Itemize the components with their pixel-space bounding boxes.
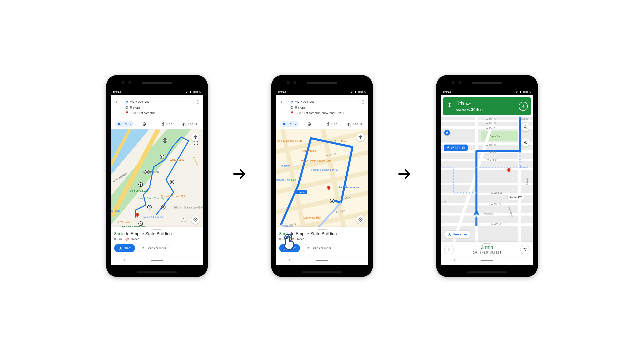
- poi-koch: Ed Koch Queensboro Bridge: [174, 206, 203, 209]
- nav-home-button[interactable]: [151, 260, 163, 261]
- my-location-button[interactable]: [356, 215, 365, 224]
- status-battery: 100%: [522, 90, 531, 94]
- poi-krispy: Krispy Kreme: [301, 150, 316, 152]
- destination-pin-icon: [126, 111, 129, 115]
- alt-route-badge[interactable]: Similar ETA: [508, 195, 524, 200]
- android-nav-bar: [111, 256, 203, 265]
- poi-white-castle: White Castle: [170, 158, 184, 161]
- poi-zoo: Central Park Zoo: [130, 189, 149, 192]
- exit-nav-button[interactable]: [444, 245, 454, 254]
- steps-button[interactable]: Steps & more: [303, 244, 335, 252]
- travel-mode-row: 1 hr 12 — 5 hr 1 hr 53: [111, 120, 203, 129]
- directions-sheet[interactable]: 3 min to Empire State Building 0.9 mi•PL…: [276, 227, 368, 256]
- directions-sheet[interactable]: 3 min to Empire State Building 0.9 mi•PL…: [111, 227, 203, 256]
- destination-pin: [506, 168, 512, 173]
- destination-pin: [326, 185, 332, 191]
- overflow-menu-button[interactable]: [195, 100, 201, 104]
- mode-transit[interactable]: —: [140, 121, 152, 127]
- nav-street-number: 6th: [456, 100, 464, 107]
- phone-2: 09:41 100% Your location 8 stops 2337 1s…: [271, 75, 373, 277]
- eta-destination: to Empire State Building: [125, 231, 172, 236]
- status-time: 09:41: [113, 90, 122, 94]
- search-button[interactable]: [521, 123, 530, 131]
- nav-back-button[interactable]: [454, 259, 457, 262]
- sheet-handle[interactable]: [318, 229, 326, 230]
- eta-time: 3 min: [279, 231, 290, 236]
- android-nav-bar: [441, 256, 533, 265]
- mode-bike[interactable]: 1 hr 53: [180, 121, 199, 127]
- overflow-menu-button[interactable]: [360, 100, 366, 104]
- map-navigation[interactable]: W 38th St Similar ETA W 45th St E 45th S…: [441, 117, 533, 242]
- nav-back-button[interactable]: [289, 259, 292, 262]
- parking-icon: P: [291, 238, 294, 241]
- mode-walk[interactable]: 5 hr: [159, 121, 174, 127]
- location-icon: [185, 90, 188, 93]
- audio-button[interactable]: [521, 138, 530, 147]
- svg-point-4: [508, 169, 510, 170]
- mode-bike[interactable]: 1 hr 53: [345, 121, 364, 127]
- nav-bottom-sheet[interactable]: 3 min 0.9 mi • 8:54 AM EST: [441, 242, 533, 256]
- stops-dot-icon: [126, 106, 128, 109]
- mode-walk[interactable]: 5 hr: [324, 121, 339, 127]
- nav-eta: 3 min: [454, 244, 520, 250]
- poi-paner: Paner: [341, 140, 348, 143]
- start-button[interactable]: Start: [114, 244, 135, 252]
- route-card[interactable]: Your location 8 stops 2337 1st Avenue: [123, 97, 193, 118]
- stops-dot-icon: [291, 106, 293, 109]
- waypoint-c: C: [147, 205, 152, 209]
- my-location-button[interactable]: [191, 215, 200, 224]
- svg-point-1: [328, 187, 330, 188]
- nav-home-button[interactable]: [481, 260, 493, 261]
- eta-destination: to Empire State Building: [290, 231, 337, 236]
- route-stops: 8 stops: [130, 105, 141, 109]
- map-zoomed[interactable]: 3 min A en & Sushi (est 36 St) Krispy Kr…: [276, 129, 368, 227]
- mode-car[interactable]: 1 hr 12: [115, 121, 134, 127]
- alt-routes-button[interactable]: [520, 245, 530, 254]
- eta-distance: 0.9 mi: [279, 237, 288, 241]
- steps-button[interactable]: Steps & more: [138, 244, 170, 252]
- nav-direction-banner[interactable]: 6th Ave toward W 30th St: [443, 97, 531, 115]
- parking-icon: P: [126, 238, 129, 241]
- scale-km: 1 km: [181, 220, 186, 223]
- walk-mode-icon: [444, 130, 450, 135]
- start-button[interactable]: Start: [279, 244, 300, 252]
- mode-car[interactable]: 1 hr 12: [280, 121, 299, 127]
- nav-home-button[interactable]: [316, 260, 328, 261]
- status-bar: 09:41 100%: [276, 89, 368, 95]
- battery-icon: [354, 90, 356, 94]
- poi-sushi: en & Sushi (est 36 St): [277, 139, 302, 142]
- route-card[interactable]: Your location 8 stops 2337 1st Avenue, N…: [288, 97, 358, 118]
- street-e45: E 45th St: [519, 118, 528, 120]
- poi-chipotle: Chipotle Mexican Grill: [161, 195, 185, 198]
- svg-point-0: [137, 214, 138, 215]
- nav-toward-prefix: toward W: [456, 108, 471, 112]
- waypoint-g: G: [161, 205, 166, 209]
- recenter-button[interactable]: Re-center: [444, 231, 471, 238]
- map-overview[interactable]: E I F D H B C G A MANHATTAN White Castle…: [111, 129, 203, 227]
- layers-button[interactable]: [191, 133, 200, 142]
- eta-badge: 3 min: [296, 190, 307, 194]
- poi-fiveguys: Five Guys: [118, 221, 130, 223]
- phone-1: 09:41 100% Your location 8 stops 2337 1s…: [106, 75, 208, 277]
- route-destination: 2337 1st Avenue, New York, NY 1…: [296, 111, 348, 115]
- sheet-handle[interactable]: [153, 229, 161, 230]
- layers-button[interactable]: [356, 133, 365, 142]
- street-w44: W 44th St: [486, 122, 496, 124]
- mode-transit[interactable]: —: [305, 121, 317, 127]
- sheet-handle[interactable]: [483, 243, 491, 244]
- street-w30: W 30th St: [491, 203, 501, 205]
- street-w29: W 29th St: [484, 213, 494, 215]
- route-origin: Your location: [295, 100, 314, 104]
- back-button[interactable]: [278, 98, 286, 106]
- next-turn-label: W 38th St: [451, 146, 465, 150]
- voice-button[interactable]: [519, 102, 528, 111]
- nav-back-button[interactable]: [124, 259, 127, 262]
- status-bar: 09:41 100%: [441, 89, 533, 95]
- poi-bbq: Let's Meat BBQ: [303, 216, 321, 219]
- nav-toward-suffix: St: [479, 108, 483, 112]
- poi-oldnavy: Old Navy: [279, 165, 290, 167]
- flow-arrow-2: [395, 165, 414, 187]
- waypoint-h: H: [170, 180, 174, 184]
- back-button[interactable]: [113, 98, 121, 106]
- mode-walk-label: 5 hr: [331, 122, 337, 126]
